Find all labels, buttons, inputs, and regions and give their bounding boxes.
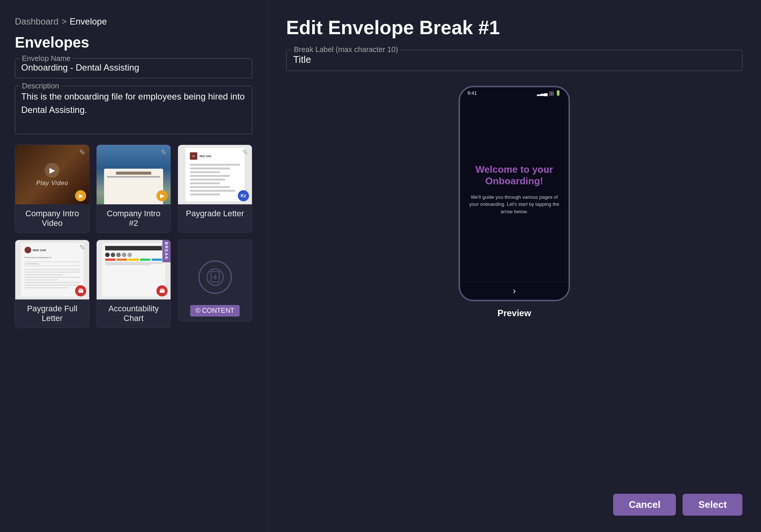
phone-frame: 9:41 ▂▃▄ ))) 🔋 Welcome to your Onboardin… xyxy=(459,86,570,301)
break-label-field: Break Label (max character 10) xyxy=(286,50,742,71)
phone-status-icons: ▂▃▄ ))) 🔋 xyxy=(537,90,561,96)
red-oak-doc: RED OAK Performance Evaluation for CONFI… xyxy=(21,243,84,296)
card-company-intro-video[interactable]: TITLE ✎ ▶ Play Video ▶ Company Intro Vid… xyxy=(15,145,90,233)
break-label-legend: Break Label (max character 10) xyxy=(292,45,400,54)
chart-doc xyxy=(102,243,165,296)
card-edit-icon-4[interactable]: ✎ xyxy=(79,243,85,252)
bottom-buttons: Cancel Select xyxy=(613,494,742,516)
breadcrumb-home[interactable]: Dashboard xyxy=(15,16,58,27)
add-icon-circle xyxy=(198,260,232,294)
description-field: Description This is the onboarding file … xyxy=(15,86,252,134)
card-label-paygrade: Paygrade Letter xyxy=(178,204,252,223)
edit-title: Edit Envelope Break #1 xyxy=(286,16,742,39)
card-thumb-chart: 🏔 xyxy=(97,240,171,299)
add-document-icon xyxy=(206,268,224,286)
phone-notch-bar: 9:41 ▂▃▄ ))) 🔋 xyxy=(460,87,569,97)
card-label-chart: Accountability Chart xyxy=(97,299,171,328)
card-label-paygrade-full: Paygrade Full Letter xyxy=(15,299,89,328)
card-edit-icon[interactable]: ✎ xyxy=(79,148,85,157)
card-thumb-paygrade-full: RED OAK Performance Evaluation for CONFI… xyxy=(15,240,89,299)
phone-description: We'll guide you through various pages of… xyxy=(467,194,561,215)
cancel-button[interactable]: Cancel xyxy=(613,494,676,516)
preview-label: Preview xyxy=(498,308,531,318)
break-tab: BREAK xyxy=(162,240,171,262)
add-content-card[interactable]: ©CONTENT xyxy=(178,240,252,321)
card-thumb-building: ▶ xyxy=(97,145,171,204)
right-panel: Edit Envelope Break #1 Break Label (max … xyxy=(268,0,761,532)
phone-content: Welcome to your Onboarding! We'll guide … xyxy=(460,97,569,282)
select-button[interactable]: Select xyxy=(683,494,742,516)
envelope-name-input[interactable] xyxy=(21,62,246,73)
card-paygrade-full[interactable]: ✎ RED OAK Performance Evaluation for CON… xyxy=(15,240,90,328)
envelope-name-field: Envelop Name xyxy=(15,58,252,78)
envelope-name-label: Envelop Name xyxy=(20,54,73,63)
breadcrumb: Dashboard > Envelope xyxy=(15,16,252,27)
paygrade-full-badge: 🏔 xyxy=(75,285,86,296)
breadcrumb-current: Envelope xyxy=(69,16,107,27)
video-badge: ▶ xyxy=(75,190,86,201)
card-label-company-intro-2: Company Intro #2 xyxy=(97,204,171,233)
content-badge: ©CONTENT xyxy=(190,305,239,317)
card-edit-icon-3[interactable]: ✎ xyxy=(242,148,248,157)
title-tab: TITLE xyxy=(15,145,15,167)
phone-time: 9:41 xyxy=(467,90,477,96)
phone-bottom-bar: › xyxy=(460,282,569,300)
left-panel: Dashboard > Envelope Envelopes Envelop N… xyxy=(0,0,268,532)
description-label: Description xyxy=(20,82,61,90)
breadcrumb-separator: > xyxy=(61,16,67,27)
card-thumb-video: ▶ Play Video ▶ xyxy=(15,145,89,204)
phone-preview-wrap: 9:41 ▂▃▄ ))) 🔋 Welcome to your Onboardin… xyxy=(286,86,742,516)
card-paygrade-letter[interactable]: ✎ R RED OAK Kz xyxy=(178,145,252,233)
break-label-input[interactable] xyxy=(293,54,735,65)
page-title: Envelopes xyxy=(15,34,252,51)
card-accountability-chart[interactable]: ✎ xyxy=(96,240,171,328)
play-overlay: Play Video xyxy=(36,180,68,186)
phone-welcome: Welcome to your Onboarding! xyxy=(475,164,553,187)
content-grid: TITLE ✎ ▶ Play Video ▶ Company Intro Vid… xyxy=(15,145,252,328)
building-badge: ▶ xyxy=(156,190,168,201)
card-company-intro-2[interactable]: ✎ ▶ Company Intro #2 xyxy=(96,145,171,233)
card-label-company-intro-video: Company Intro Video xyxy=(15,204,89,233)
doc-thumb: R RED OAK xyxy=(185,148,245,201)
paygrade-badge: Kz xyxy=(238,190,249,201)
card-thumb-paygrade: R RED OAK Kz xyxy=(178,145,252,204)
chart-badge: 🏔 xyxy=(156,285,168,296)
card-edit-icon-2[interactable]: ✎ xyxy=(161,148,167,157)
phone-arrow-icon: › xyxy=(513,286,516,296)
description-input[interactable]: This is the onboarding file for employee… xyxy=(21,90,246,127)
